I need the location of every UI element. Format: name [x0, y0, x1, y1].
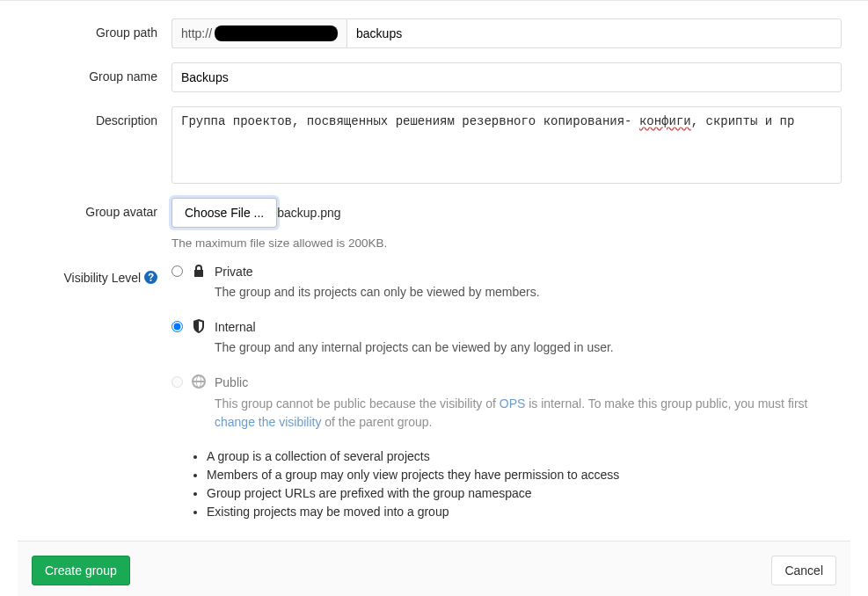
visibility-label: Visibility Level [18, 264, 171, 523]
globe-icon [192, 374, 206, 389]
change-visibility-link[interactable]: change the visibility [215, 415, 321, 429]
group-path-label: Group path [18, 18, 171, 48]
private-desc: The group and its projects can only be v… [215, 283, 842, 302]
url-prefix: http:// [171, 18, 346, 48]
list-item: Members of a group may only view project… [207, 468, 842, 482]
lock-icon [192, 264, 206, 278]
list-item: A group is a collection of several proje… [207, 449, 842, 463]
visibility-option-public: Public This group cannot be public becau… [171, 374, 842, 431]
choose-file-button[interactable]: Choose File ... [171, 198, 277, 228]
form-container: Group path http:// Group name Descriptio… [0, 0, 868, 523]
group-avatar-label: Group avatar [18, 198, 171, 250]
group-name-input[interactable] [171, 62, 842, 92]
private-title: Private [215, 264, 842, 280]
create-group-button[interactable]: Create group [32, 556, 130, 585]
description-input[interactable]: Группа проектов, посвященных решениям ре… [171, 106, 842, 184]
visibility-radio-internal[interactable] [171, 321, 183, 332]
public-desc: This group cannot be public because the … [215, 395, 842, 432]
visibility-radio-private[interactable] [171, 265, 183, 277]
shield-icon [192, 319, 206, 333]
group-name-row: Group name [18, 62, 850, 92]
cancel-button[interactable]: Cancel [771, 556, 836, 585]
visibility-option-private: Private The group and its projects can o… [171, 264, 842, 302]
internal-title: Internal [215, 319, 842, 335]
avatar-hint: The maximum file size allowed is 200KB. [171, 236, 842, 250]
ops-link[interactable]: OPS [500, 396, 526, 411]
list-item: Group project URLs are prefixed with the… [207, 486, 842, 500]
help-icon[interactable] [144, 271, 157, 284]
avatar-filename: backup.png [277, 206, 340, 220]
description-row: Description Группа проектов, посвященных… [18, 106, 850, 184]
description-label: Description [18, 106, 171, 184]
visibility-option-internal: Internal The group and any internal proj… [171, 319, 842, 357]
visibility-radio-public [171, 376, 183, 388]
internal-desc: The group and any internal projects can … [215, 338, 842, 357]
group-name-label: Group name [18, 62, 171, 92]
list-item: Existing projects may be moved into a gr… [207, 505, 842, 519]
public-title: Public [215, 374, 842, 390]
group-info-list: A group is a collection of several proje… [171, 449, 842, 519]
redacted-domain [215, 25, 338, 41]
group-path-row: Group path http:// [18, 18, 850, 48]
footer-bar: Create group Cancel [18, 541, 850, 596]
group-avatar-row: Group avatar Choose File ...backup.png T… [18, 198, 850, 250]
group-path-input[interactable] [346, 18, 842, 48]
visibility-row: Visibility Level Private The group and i… [18, 264, 850, 523]
url-prefix-text: http:// [181, 26, 212, 40]
